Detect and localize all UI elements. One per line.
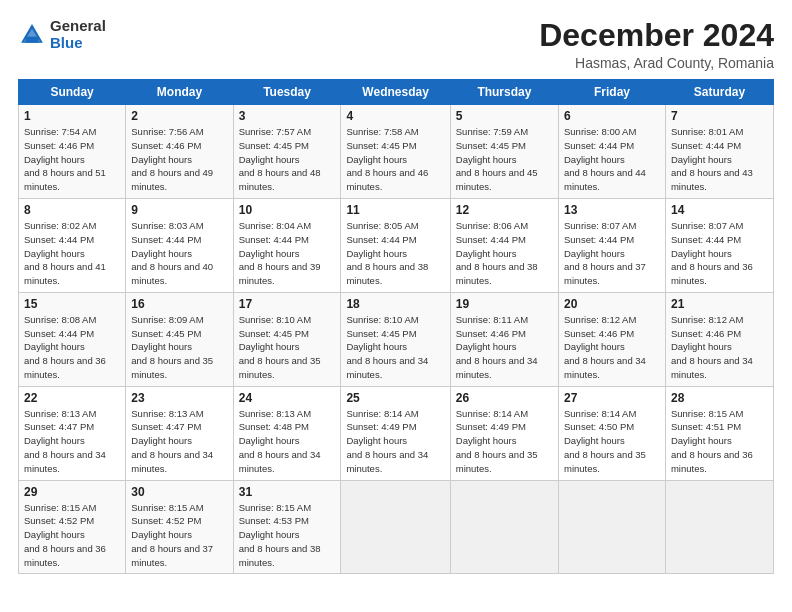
calendar-week-row: 15 Sunrise: 8:08 AMSunset: 4:44 PMDaylig… xyxy=(19,292,774,386)
calendar-cell: 6 Sunrise: 8:00 AMSunset: 4:44 PMDayligh… xyxy=(559,105,666,199)
calendar-cell: 19 Sunrise: 8:11 AMSunset: 4:46 PMDaylig… xyxy=(450,292,558,386)
calendar-cell: 8 Sunrise: 8:02 AMSunset: 4:44 PMDayligh… xyxy=(19,199,126,293)
calendar-cell: 17 Sunrise: 8:10 AMSunset: 4:45 PMDaylig… xyxy=(233,292,341,386)
day-detail: Sunrise: 8:11 AMSunset: 4:46 PMDaylight … xyxy=(456,314,538,380)
day-number: 6 xyxy=(564,109,660,123)
svg-rect-2 xyxy=(26,36,38,42)
calendar-cell: 1 Sunrise: 7:54 AMSunset: 4:46 PMDayligh… xyxy=(19,105,126,199)
day-number: 17 xyxy=(239,297,336,311)
day-detail: Sunrise: 8:01 AMSunset: 4:44 PMDaylight … xyxy=(671,126,753,192)
calendar-cell xyxy=(341,480,450,574)
calendar-cell: 22 Sunrise: 8:13 AMSunset: 4:47 PMDaylig… xyxy=(19,386,126,480)
calendar-cell: 23 Sunrise: 8:13 AMSunset: 4:47 PMDaylig… xyxy=(126,386,233,480)
calendar-week-row: 22 Sunrise: 8:13 AMSunset: 4:47 PMDaylig… xyxy=(19,386,774,480)
day-number: 11 xyxy=(346,203,444,217)
day-number: 3 xyxy=(239,109,336,123)
day-number: 13 xyxy=(564,203,660,217)
title-block: December 2024 Hasmas, Arad County, Roman… xyxy=(539,18,774,71)
day-number: 8 xyxy=(24,203,120,217)
day-detail: Sunrise: 8:02 AMSunset: 4:44 PMDaylight … xyxy=(24,220,106,286)
calendar-cell: 5 Sunrise: 7:59 AMSunset: 4:45 PMDayligh… xyxy=(450,105,558,199)
day-number: 5 xyxy=(456,109,553,123)
calendar-cell: 27 Sunrise: 8:14 AMSunset: 4:50 PMDaylig… xyxy=(559,386,666,480)
calendar-cell: 7 Sunrise: 8:01 AMSunset: 4:44 PMDayligh… xyxy=(665,105,773,199)
day-number: 7 xyxy=(671,109,768,123)
day-detail: Sunrise: 8:15 AMSunset: 4:52 PMDaylight … xyxy=(24,502,106,568)
day-detail: Sunrise: 8:15 AMSunset: 4:52 PMDaylight … xyxy=(131,502,213,568)
calendar-cell: 20 Sunrise: 8:12 AMSunset: 4:46 PMDaylig… xyxy=(559,292,666,386)
day-number: 31 xyxy=(239,485,336,499)
calendar-cell: 31 Sunrise: 8:15 AMSunset: 4:53 PMDaylig… xyxy=(233,480,341,574)
calendar-cell: 13 Sunrise: 8:07 AMSunset: 4:44 PMDaylig… xyxy=(559,199,666,293)
calendar-cell: 14 Sunrise: 8:07 AMSunset: 4:44 PMDaylig… xyxy=(665,199,773,293)
col-header-monday: Monday xyxy=(126,80,233,105)
day-detail: Sunrise: 8:09 AMSunset: 4:45 PMDaylight … xyxy=(131,314,213,380)
logo-text: General Blue xyxy=(50,18,106,51)
day-detail: Sunrise: 8:10 AMSunset: 4:45 PMDaylight … xyxy=(239,314,321,380)
calendar-week-row: 1 Sunrise: 7:54 AMSunset: 4:46 PMDayligh… xyxy=(19,105,774,199)
day-detail: Sunrise: 8:08 AMSunset: 4:44 PMDaylight … xyxy=(24,314,106,380)
day-number: 30 xyxy=(131,485,227,499)
day-number: 9 xyxy=(131,203,227,217)
calendar-table: SundayMondayTuesdayWednesdayThursdayFrid… xyxy=(18,79,774,574)
day-detail: Sunrise: 8:12 AMSunset: 4:46 PMDaylight … xyxy=(564,314,646,380)
day-number: 28 xyxy=(671,391,768,405)
day-detail: Sunrise: 8:14 AMSunset: 4:49 PMDaylight … xyxy=(456,408,538,474)
logo-blue-text: Blue xyxy=(50,35,106,52)
calendar-cell: 4 Sunrise: 7:58 AMSunset: 4:45 PMDayligh… xyxy=(341,105,450,199)
day-number: 27 xyxy=(564,391,660,405)
day-detail: Sunrise: 8:07 AMSunset: 4:44 PMDaylight … xyxy=(564,220,646,286)
calendar-cell: 26 Sunrise: 8:14 AMSunset: 4:49 PMDaylig… xyxy=(450,386,558,480)
calendar-cell: 16 Sunrise: 8:09 AMSunset: 4:45 PMDaylig… xyxy=(126,292,233,386)
day-detail: Sunrise: 8:00 AMSunset: 4:44 PMDaylight … xyxy=(564,126,646,192)
calendar-cell: 18 Sunrise: 8:10 AMSunset: 4:45 PMDaylig… xyxy=(341,292,450,386)
day-number: 25 xyxy=(346,391,444,405)
day-number: 15 xyxy=(24,297,120,311)
calendar-cell: 10 Sunrise: 8:04 AMSunset: 4:44 PMDaylig… xyxy=(233,199,341,293)
day-number: 12 xyxy=(456,203,553,217)
day-number: 24 xyxy=(239,391,336,405)
col-header-sunday: Sunday xyxy=(19,80,126,105)
day-detail: Sunrise: 8:05 AMSunset: 4:44 PMDaylight … xyxy=(346,220,428,286)
day-detail: Sunrise: 8:06 AMSunset: 4:44 PMDaylight … xyxy=(456,220,538,286)
day-detail: Sunrise: 8:10 AMSunset: 4:45 PMDaylight … xyxy=(346,314,428,380)
day-number: 2 xyxy=(131,109,227,123)
calendar-header-row: SundayMondayTuesdayWednesdayThursdayFrid… xyxy=(19,80,774,105)
day-detail: Sunrise: 7:56 AMSunset: 4:46 PMDaylight … xyxy=(131,126,213,192)
calendar-cell: 25 Sunrise: 8:14 AMSunset: 4:49 PMDaylig… xyxy=(341,386,450,480)
calendar-cell: 15 Sunrise: 8:08 AMSunset: 4:44 PMDaylig… xyxy=(19,292,126,386)
calendar-cell: 2 Sunrise: 7:56 AMSunset: 4:46 PMDayligh… xyxy=(126,105,233,199)
day-detail: Sunrise: 8:04 AMSunset: 4:44 PMDaylight … xyxy=(239,220,321,286)
day-number: 14 xyxy=(671,203,768,217)
logo: General Blue xyxy=(18,18,106,51)
day-detail: Sunrise: 8:13 AMSunset: 4:47 PMDaylight … xyxy=(24,408,106,474)
day-detail: Sunrise: 8:13 AMSunset: 4:48 PMDaylight … xyxy=(239,408,321,474)
day-detail: Sunrise: 8:15 AMSunset: 4:53 PMDaylight … xyxy=(239,502,321,568)
calendar-week-row: 29 Sunrise: 8:15 AMSunset: 4:52 PMDaylig… xyxy=(19,480,774,574)
day-detail: Sunrise: 7:57 AMSunset: 4:45 PMDaylight … xyxy=(239,126,321,192)
day-detail: Sunrise: 7:59 AMSunset: 4:45 PMDaylight … xyxy=(456,126,538,192)
day-number: 22 xyxy=(24,391,120,405)
calendar-title: December 2024 xyxy=(539,18,774,53)
calendar-cell: 11 Sunrise: 8:05 AMSunset: 4:44 PMDaylig… xyxy=(341,199,450,293)
calendar-week-row: 8 Sunrise: 8:02 AMSunset: 4:44 PMDayligh… xyxy=(19,199,774,293)
calendar-cell: 3 Sunrise: 7:57 AMSunset: 4:45 PMDayligh… xyxy=(233,105,341,199)
day-detail: Sunrise: 8:14 AMSunset: 4:50 PMDaylight … xyxy=(564,408,646,474)
day-number: 18 xyxy=(346,297,444,311)
col-header-saturday: Saturday xyxy=(665,80,773,105)
page: General Blue December 2024 Hasmas, Arad … xyxy=(0,0,792,612)
day-number: 29 xyxy=(24,485,120,499)
day-detail: Sunrise: 8:14 AMSunset: 4:49 PMDaylight … xyxy=(346,408,428,474)
day-detail: Sunrise: 8:03 AMSunset: 4:44 PMDaylight … xyxy=(131,220,213,286)
day-detail: Sunrise: 7:54 AMSunset: 4:46 PMDaylight … xyxy=(24,126,106,192)
col-header-thursday: Thursday xyxy=(450,80,558,105)
day-number: 1 xyxy=(24,109,120,123)
calendar-cell xyxy=(450,480,558,574)
header: General Blue December 2024 Hasmas, Arad … xyxy=(18,18,774,71)
day-detail: Sunrise: 8:07 AMSunset: 4:44 PMDaylight … xyxy=(671,220,753,286)
day-number: 21 xyxy=(671,297,768,311)
calendar-cell xyxy=(559,480,666,574)
day-detail: Sunrise: 8:15 AMSunset: 4:51 PMDaylight … xyxy=(671,408,753,474)
day-detail: Sunrise: 8:12 AMSunset: 4:46 PMDaylight … xyxy=(671,314,753,380)
day-detail: Sunrise: 7:58 AMSunset: 4:45 PMDaylight … xyxy=(346,126,428,192)
